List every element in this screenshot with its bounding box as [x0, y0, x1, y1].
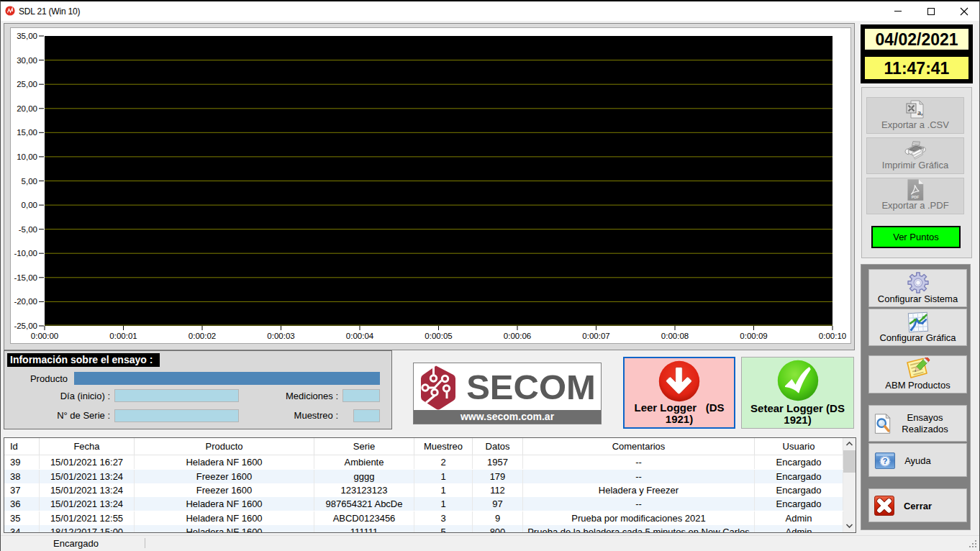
svg-text:0,00: 0,00 [22, 201, 37, 209]
svg-text:25,00: 25,00 [17, 80, 37, 88]
svg-text:0:00:09: 0:00:09 [740, 332, 767, 340]
svg-text:0:00:06: 0:00:06 [504, 332, 531, 340]
svg-text:0:00:05: 0:00:05 [425, 332, 452, 340]
svg-text:-25,00: -25,00 [14, 322, 37, 330]
svg-text:30,00: 30,00 [17, 56, 37, 65]
svg-text:5,00: 5,00 [22, 177, 37, 186]
svg-text:20,00: 20,00 [17, 104, 37, 113]
svg-text:0:00:01: 0:00:01 [109, 332, 137, 340]
svg-text:PDF: PDF [912, 195, 920, 199]
svg-text:0:00:07: 0:00:07 [582, 332, 609, 340]
svg-text:-10,00: -10,00 [14, 249, 37, 258]
svg-text:0:00:03: 0:00:03 [267, 332, 294, 340]
svg-text:0:00:08: 0:00:08 [661, 332, 689, 340]
svg-text:35,00: 35,00 [17, 32, 37, 40]
svg-text:10,00: 10,00 [17, 152, 37, 161]
svg-text:0:00:02: 0:00:02 [189, 332, 216, 340]
svg-text:-20,00: -20,00 [14, 297, 37, 306]
svg-text:0:00:04: 0:00:04 [346, 332, 374, 340]
svg-text:-15,00: -15,00 [14, 273, 37, 282]
svg-text:0:00:10: 0:00:10 [819, 332, 846, 340]
svg-text:0:00:00: 0:00:00 [31, 332, 58, 340]
svg-text:a,: a, [917, 109, 923, 117]
svg-text:15,00: 15,00 [17, 128, 37, 137]
svg-text:-5,00: -5,00 [19, 225, 37, 234]
